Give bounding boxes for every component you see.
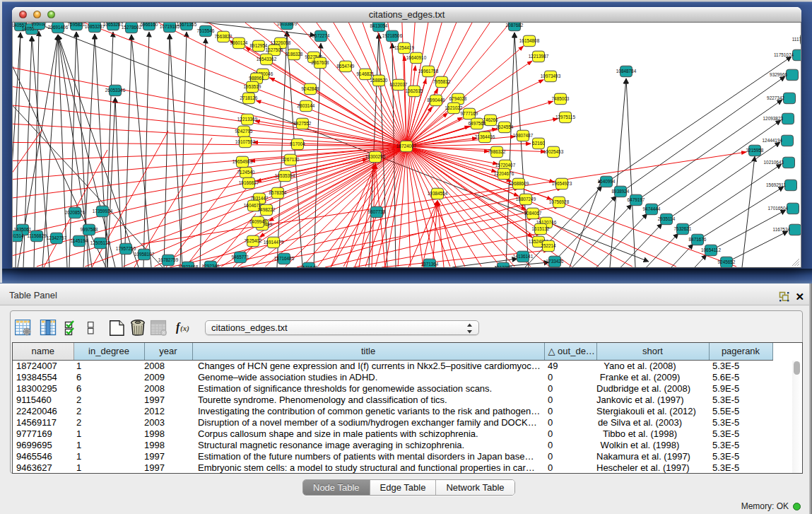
svg-text:9242848: 9242848 (302, 86, 319, 91)
svg-text:16154808: 16154808 (519, 38, 540, 43)
svg-text:3267130: 3267130 (282, 157, 300, 162)
svg-text:1588520: 1588520 (370, 78, 388, 83)
svg-text:14136141: 14136141 (513, 254, 534, 259)
svg-text:12204676: 12204676 (494, 171, 514, 176)
svg-text:9227342: 9227342 (767, 95, 784, 100)
svg-text:7485003: 7485003 (552, 96, 570, 101)
svg-text:1571648: 1571648 (300, 265, 318, 267)
svg-text:7986322: 7986322 (488, 149, 506, 154)
svg-text:9474444: 9474444 (643, 206, 661, 211)
svg-text:15720407: 15720407 (495, 163, 516, 168)
svg-text:17957255: 17957255 (116, 246, 136, 251)
svg-text:19654983: 19654983 (233, 159, 253, 164)
svg-text:20691406: 20691406 (48, 25, 69, 30)
svg-text:3624554: 3624554 (496, 124, 514, 129)
svg-text:7625402: 7625402 (245, 238, 262, 243)
svg-text:10107553: 10107553 (235, 139, 256, 144)
svg-text:17016504: 17016504 (768, 206, 789, 211)
svg-text:1640994: 1640994 (598, 179, 616, 184)
svg-text:2935114: 2935114 (658, 216, 676, 221)
svg-text:10688609: 10688609 (509, 181, 529, 186)
svg-text:1117: 1117 (792, 37, 801, 42)
svg-text:1362615: 1362615 (406, 88, 423, 93)
svg-text:1327505: 1327505 (266, 47, 283, 52)
svg-text:2087682: 2087682 (506, 23, 524, 28)
svg-text:10807487: 10807487 (513, 133, 534, 138)
svg-text:12093823: 12093823 (763, 116, 784, 121)
svg-text:18300295: 18300295 (365, 154, 386, 159)
svg-text:8938924: 8938924 (612, 189, 630, 194)
svg-text:8990448: 8990448 (428, 98, 445, 103)
svg-text:9242795: 9242795 (235, 129, 253, 134)
svg-text:12923468: 12923468 (178, 264, 199, 267)
svg-text:13535394: 13535394 (275, 173, 295, 178)
svg-text:10973493: 10973493 (541, 74, 561, 78)
svg-text:6497568: 6497568 (469, 121, 486, 126)
svg-text:10853287: 10853287 (85, 24, 105, 29)
svg-text:19384554: 19384554 (428, 191, 448, 196)
svg-text:19654923: 19654923 (552, 181, 572, 186)
svg-text:2718126: 2718126 (240, 95, 258, 100)
svg-text:7955812: 7955812 (433, 79, 451, 84)
svg-text:62160: 62160 (532, 141, 545, 146)
svg-text:6794028: 6794028 (449, 96, 467, 101)
svg-text:988961: 988961 (249, 76, 264, 81)
svg-text:8413054: 8413054 (370, 23, 388, 28)
svg-text:1371364: 1371364 (421, 262, 439, 267)
svg-text:6322037: 6322037 (390, 82, 408, 87)
svg-text:1213368: 1213368 (495, 265, 512, 267)
svg-text:16782759: 16782759 (158, 257, 179, 262)
svg-text:8427552: 8427552 (294, 121, 312, 126)
svg-text:9329966: 9329966 (770, 72, 787, 77)
svg-text:15692911: 15692911 (766, 182, 786, 187)
svg-text:11156829: 11156829 (27, 233, 47, 238)
svg-text:7124540: 7124540 (237, 170, 255, 175)
svg-text:2867608: 2867608 (312, 60, 329, 65)
svg-text:1621022: 1621022 (445, 105, 463, 110)
svg-text:1733426: 1733426 (546, 259, 564, 264)
svg-text:11254419: 11254419 (394, 45, 414, 50)
svg-text:1145194: 1145194 (71, 238, 88, 243)
svg-text:9465771: 9465771 (232, 255, 249, 259)
svg-text:19218506: 19218506 (382, 33, 403, 38)
svg-text:817004: 817004 (290, 141, 305, 146)
svg-text:9084067: 9084067 (524, 211, 542, 216)
svg-text:7632621: 7632621 (674, 226, 692, 231)
svg-text:8471676: 8471676 (689, 237, 707, 242)
svg-text:10848784: 10848784 (616, 69, 637, 74)
svg-text:10653287: 10653287 (103, 23, 124, 27)
svg-text:21364436: 21364436 (475, 134, 495, 139)
svg-text:15716485: 15716485 (274, 256, 295, 261)
svg-text:391514: 391514 (13, 233, 24, 238)
svg-text:12213987: 12213987 (529, 54, 549, 59)
svg-text:26053346: 26053346 (105, 88, 126, 93)
svg-text:9146821: 9146821 (357, 71, 375, 76)
svg-text:1953519: 1953519 (244, 84, 261, 89)
svg-text:252214: 252214 (541, 243, 556, 248)
svg-text:9807738: 9807738 (368, 209, 386, 214)
svg-text:7515546: 7515546 (197, 28, 215, 33)
svg-text:8654749: 8654749 (337, 64, 355, 69)
svg-text:7663822: 7663822 (215, 34, 233, 39)
svg-text:9777169: 9777169 (461, 111, 478, 116)
svg-text:1615132: 1615132 (532, 226, 550, 231)
svg-text:(x): (x) (180, 324, 189, 333)
svg-text:15278602: 15278602 (122, 25, 142, 30)
svg-text:12505135: 12505135 (90, 240, 111, 245)
svg-text:12213369: 12213369 (237, 117, 258, 122)
svg-text:20208576: 20208576 (65, 210, 86, 215)
svg-text:1292346: 1292346 (202, 264, 220, 267)
svg-text:9572274: 9572274 (312, 33, 330, 38)
svg-text:18724007: 18724007 (396, 144, 417, 148)
svg-text:16640910: 16640910 (406, 55, 427, 60)
svg-text:9245652: 9245652 (718, 259, 736, 264)
svg-text:2803144: 2803144 (298, 103, 315, 108)
svg-text:10654112: 10654112 (701, 247, 721, 252)
svg-text:10756928: 10756928 (549, 199, 570, 204)
svg-text:6479197: 6479197 (628, 197, 645, 202)
svg-text:10210643: 10210643 (764, 160, 784, 165)
svg-text:12975115: 12975115 (555, 115, 575, 119)
svg-text:8578354: 8578354 (269, 190, 287, 195)
svg-text:995032: 995032 (31, 23, 47, 26)
svg-text:19166827: 19166827 (239, 180, 259, 185)
